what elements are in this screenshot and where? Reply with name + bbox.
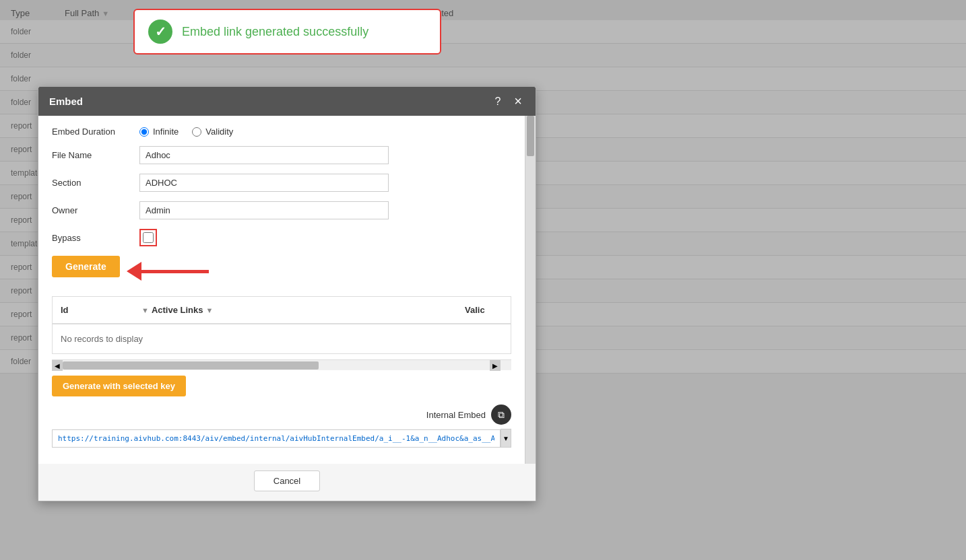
modal-header: Embed ? × — [38, 87, 536, 116]
scroll-left-btn[interactable]: ◀ — [52, 360, 63, 371]
section-input[interactable] — [139, 174, 389, 192]
radio-validity-label: Validity — [205, 127, 233, 137]
modal-footer: Cancel — [38, 464, 536, 501]
generate-row: Generate — [52, 256, 511, 287]
owner-input[interactable] — [139, 201, 389, 219]
arrow-body — [141, 270, 209, 273]
radio-infinite-label: Infinite — [153, 127, 179, 137]
toast-message: Embed link generated successfully — [182, 25, 368, 39]
red-arrow-annotation — [127, 262, 209, 281]
embed-duration-radio-group: Infinite Validity — [139, 127, 233, 137]
cancel-button[interactable]: Cancel — [254, 470, 320, 491]
embed-links-table: Id ▼ Active Links ▼ Valic No records to … — [52, 296, 511, 354]
embed-duration-label: Embed Duration — [52, 127, 139, 137]
success-toast: Embed link generated successfully — [133, 9, 441, 55]
embed-duration-row: Embed Duration Infinite Validity — [52, 127, 511, 137]
embed-url-input[interactable] — [52, 429, 501, 448]
url-scroll-btn[interactable]: ▼ — [501, 429, 511, 448]
modal-body: Embed Duration Infinite Validity File Na… — [38, 116, 536, 464]
embed-modal: Embed ? × Embed Duration Infinite Validi… — [38, 86, 536, 501]
radio-validity[interactable] — [192, 127, 201, 137]
filter-icon: ▼ — [141, 306, 149, 314]
radio-validity-option[interactable]: Validity — [192, 127, 233, 137]
generate-button[interactable]: Generate — [52, 256, 120, 277]
file-name-row: File Name — [52, 146, 511, 164]
vertical-scrollbar[interactable] — [525, 116, 536, 464]
horizontal-scrollbar[interactable]: ◀ ▶ — [52, 359, 511, 370]
bypass-checkbox[interactable] — [143, 232, 154, 243]
radio-infinite[interactable] — [139, 127, 149, 137]
owner-row: Owner — [52, 201, 511, 219]
arrow-head — [127, 262, 141, 281]
modal-header-actions: ? × — [492, 94, 525, 109]
no-records-text: No records to display — [53, 324, 511, 353]
success-icon — [148, 20, 172, 44]
internal-embed-label: Internal Embed — [426, 410, 486, 420]
bypass-checkbox-wrapper — [139, 229, 157, 246]
owner-label: Owner — [52, 205, 139, 215]
close-button[interactable]: × — [511, 94, 525, 109]
section-label: Section — [52, 178, 139, 188]
col-validity: Valic — [457, 302, 511, 318]
copy-embed-button[interactable]: ⧉ — [491, 405, 511, 425]
file-name-input[interactable] — [139, 146, 389, 164]
bypass-row: Bypass — [52, 229, 511, 246]
generate-key-row: Generate with selected key — [52, 376, 511, 405]
help-button[interactable]: ? — [492, 96, 503, 108]
modal-content-area: Embed Duration Infinite Validity File Na… — [38, 116, 525, 464]
url-area: ▼ — [52, 429, 511, 448]
file-name-label: File Name — [52, 150, 139, 160]
generate-with-key-button[interactable]: Generate with selected key — [52, 376, 186, 396]
table-header: Id ▼ Active Links ▼ Valic — [53, 297, 511, 324]
scrollbar-thumb[interactable] — [527, 116, 534, 156]
col-id: Id — [53, 302, 133, 318]
scroll-right-btn[interactable]: ▶ — [490, 360, 501, 371]
col-active-links: ▼ Active Links ▼ — [133, 302, 457, 318]
bypass-label: Bypass — [52, 233, 139, 243]
internal-embed-row: Internal Embed ⧉ — [52, 405, 511, 425]
section-row: Section — [52, 174, 511, 192]
copy-icon: ⧉ — [498, 409, 505, 421]
scroll-thumb[interactable] — [63, 361, 319, 370]
filter-icon: ▼ — [205, 306, 213, 314]
radio-infinite-option[interactable]: Infinite — [139, 127, 179, 137]
modal-title: Embed — [49, 96, 83, 107]
